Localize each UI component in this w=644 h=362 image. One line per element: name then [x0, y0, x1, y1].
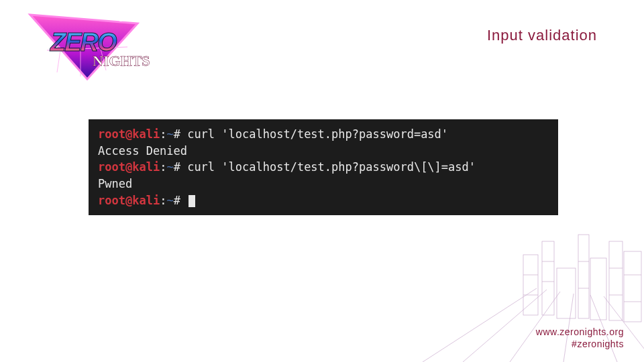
terminal-window: root@kali:~# curl 'localhost/test.php?pa…: [89, 119, 558, 215]
terminal-line-3: root@kali:~#: [98, 192, 549, 209]
svg-rect-15: [590, 258, 606, 320]
slide-title: Input validation: [487, 27, 597, 44]
svg-line-6: [463, 290, 547, 362]
zeronights-logo: EPISODE 7 ZERO NIGHTS: [20, 7, 154, 87]
terminal-line-1: root@kali:~# curl 'localhost/test.php?pa…: [98, 126, 549, 143]
terminal-cursor: [189, 195, 195, 207]
prompt-user: root: [98, 127, 125, 141]
svg-line-5: [423, 288, 537, 362]
logo-episode-text: EPISODE 7: [119, 17, 150, 22]
terminal-output: Access Denied: [98, 143, 549, 160]
terminal-command: curl 'localhost/test.php?password=asd': [187, 127, 448, 141]
terminal-output: Pwned: [98, 176, 549, 192]
svg-rect-17: [624, 251, 641, 322]
svg-rect-11: [523, 255, 538, 315]
terminal-line-2: root@kali:~# curl 'localhost/test.php?pa…: [98, 159, 549, 176]
prompt-path: ~: [166, 127, 173, 141]
svg-rect-16: [609, 241, 623, 320]
terminal-command: curl 'localhost/test.php?password\[\]=as…: [187, 160, 476, 174]
logo-sub-text: NIGHTS: [93, 52, 150, 69]
prompt-host: kali: [132, 127, 160, 141]
footer: www.zeronights.org #zeronights: [536, 326, 624, 350]
svg-rect-14: [578, 235, 589, 318]
footer-site: www.zeronights.org: [536, 326, 624, 338]
footer-hashtag: #zeronights: [536, 338, 624, 350]
svg-rect-12: [542, 241, 554, 315]
svg-rect-13: [557, 268, 576, 318]
